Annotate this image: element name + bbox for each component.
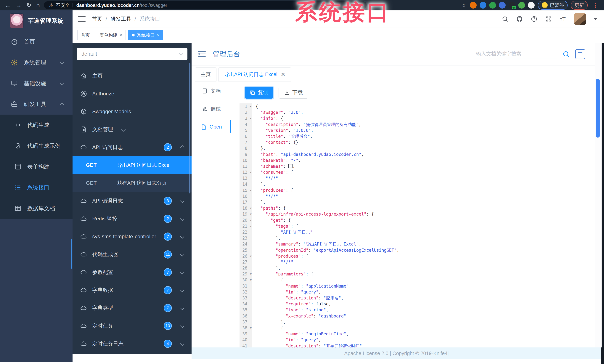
- api-group-item[interactable]: sys-sms-template-controller7: [73, 228, 191, 246]
- ext-grid-blue[interactable]: [499, 2, 506, 9]
- breadcrumb-item[interactable]: 研发工具: [111, 15, 131, 23]
- api-group-item[interactable]: API 访问日志2: [73, 138, 191, 156]
- chevron-down-icon: [180, 199, 185, 203]
- code-line: 39 "name": "beginBeginTime",: [239, 331, 595, 337]
- download-button[interactable]: 下载: [278, 87, 308, 99]
- api-operation[interactable]: GET导出API 访问日志 Excel: [73, 156, 191, 174]
- fullscreen-icon[interactable]: [545, 16, 552, 22]
- fold-icon[interactable]: ▾: [250, 169, 252, 175]
- fold-icon[interactable]: ▾: [250, 103, 252, 109]
- empty-array-icon: [288, 164, 292, 168]
- api-group-item[interactable]: 字典类型7: [73, 299, 191, 317]
- back-icon[interactable]: ←: [5, 2, 11, 9]
- forward-icon[interactable]: →: [16, 2, 22, 9]
- fold-icon[interactable]: ▾: [250, 187, 252, 193]
- chevron-down-icon: [60, 60, 64, 64]
- bookmark-star-icon[interactable]: ☆: [461, 2, 466, 9]
- api-group-item[interactable]: Authorize: [73, 85, 191, 103]
- chevron-down-icon: [121, 127, 126, 132]
- sidebar-subitem[interactable]: 系统接口: [0, 177, 73, 198]
- rail-item-调试[interactable]: 调试: [191, 100, 231, 118]
- ext-check-green[interactable]: [489, 2, 496, 9]
- api-group-item[interactable]: 参数配置7: [73, 263, 191, 281]
- code-line: 10 "basePath": "/",: [239, 157, 595, 163]
- sidebar-item[interactable]: 系统管理: [0, 52, 73, 73]
- ext-drop-blue[interactable]: [479, 2, 486, 9]
- sidebar-subitem[interactable]: 表单构建: [0, 156, 73, 177]
- ext-pin-orange[interactable]: [470, 2, 477, 9]
- sidebar-subitem[interactable]: 代码生成: [0, 114, 73, 135]
- close-icon[interactable]: ×: [120, 33, 122, 38]
- code-line: 32 "in": "query",: [239, 289, 595, 295]
- fold-icon[interactable]: ▾: [250, 223, 252, 229]
- fold-icon[interactable]: ▾: [250, 277, 252, 283]
- api-group-item[interactable]: API 错误日志3: [73, 192, 191, 210]
- fold-icon[interactable]: ▾: [250, 253, 252, 259]
- api-group-item[interactable]: 定时任务日志4: [73, 335, 191, 353]
- count-badge: 3: [164, 197, 172, 205]
- sidebar-item[interactable]: 研发工具: [0, 94, 73, 114]
- collapse-sidebar-icon[interactable]: [198, 51, 206, 57]
- paused-extension-pill[interactable]: 已暂停: [538, 1, 567, 10]
- avatar[interactable]: [574, 13, 586, 25]
- doc-search-input[interactable]: [475, 49, 557, 59]
- ext-leaf-green[interactable]: [518, 2, 525, 9]
- app-logo[interactable]: 芋道管理系统: [0, 10, 73, 31]
- breadcrumb-item[interactable]: 首页: [92, 15, 102, 23]
- api-group-item[interactable]: 定时任务10: [73, 317, 191, 335]
- fold-icon[interactable]: ▾: [250, 271, 252, 277]
- api-group-item[interactable]: Swagger Models: [73, 103, 191, 121]
- ext-cn-dark[interactable]: cn: [509, 2, 515, 9]
- security-label[interactable]: 不安全: [56, 2, 70, 8]
- sidebar-scrollbar[interactable]: [71, 239, 72, 269]
- api-group-item[interactable]: 主页: [73, 67, 191, 85]
- sidebar-subitem[interactable]: 代码生成示例: [0, 135, 73, 156]
- sidebar-item[interactable]: 首页: [0, 31, 73, 52]
- fold-icon[interactable]: ▾: [250, 211, 252, 217]
- api-operation[interactable]: GET获得API 访问日志分页: [73, 174, 191, 192]
- group-select[interactable]: default: [77, 48, 188, 60]
- search-icon[interactable]: [562, 50, 570, 58]
- api-group-item[interactable]: Redis 监控2: [73, 210, 191, 228]
- knife4j-sidebar-scrollbar[interactable]: [189, 63, 190, 193]
- question-icon[interactable]: [531, 16, 537, 22]
- rail-item-open[interactable]: Open: [191, 118, 231, 136]
- search-icon[interactable]: [502, 16, 508, 22]
- github-icon[interactable]: [516, 16, 523, 22]
- sidebar-subitem[interactable]: 数据库文档: [0, 198, 73, 219]
- ext-white[interactable]: [528, 2, 535, 9]
- sidebar-item[interactable]: 基础设施: [0, 73, 73, 94]
- browser-home-icon[interactable]: ⌂: [36, 2, 40, 9]
- language-toggle[interactable]: 中: [575, 49, 585, 59]
- update-button[interactable]: 更新: [571, 1, 588, 10]
- close-icon[interactable]: ×: [157, 33, 160, 38]
- reload-icon[interactable]: ↻: [26, 2, 31, 9]
- hamburger-icon[interactable]: [78, 16, 86, 22]
- main-scrollbar-thumb[interactable]: [596, 79, 600, 138]
- api-group-item[interactable]: 字典数据7: [73, 281, 191, 299]
- api-group-item[interactable]: 文档管理: [73, 121, 191, 138]
- close-icon[interactable]: ✕: [281, 71, 285, 78]
- swagger-json-editor[interactable]: 1▾{2 "swagger": "2.0",3▾ "info": {4 "des…: [239, 103, 595, 347]
- tag-active[interactable]: 系统接口×: [128, 30, 163, 40]
- doc-tab[interactable]: 导出API 访问日志 Excel✕: [218, 67, 291, 81]
- rail-active-indicator: [230, 120, 231, 133]
- fold-icon[interactable]: ▾: [250, 115, 252, 121]
- breadcrumb-item[interactable]: 系统接口: [139, 15, 160, 23]
- fold-icon[interactable]: ▾: [250, 205, 252, 211]
- fold-icon[interactable]: ▾: [250, 217, 252, 223]
- api-group-item[interactable]: 代码生成器11: [73, 246, 191, 263]
- doc-tab[interactable]: 主页: [195, 67, 216, 81]
- tag-item[interactable]: 首页: [77, 30, 93, 40]
- rail-item-文档[interactable]: 文档: [191, 82, 231, 100]
- code-line: 29▾ "parameters": [: [239, 271, 595, 277]
- count-badge: 10: [164, 322, 172, 330]
- tag-item[interactable]: 表单构建×: [96, 30, 126, 40]
- api-group-item[interactable]: 岗位: [73, 353, 191, 354]
- bug-icon: [202, 106, 208, 112]
- caret-down-icon[interactable]: [594, 18, 597, 20]
- fold-icon[interactable]: ▾: [250, 325, 252, 331]
- browser-menu-icon[interactable]: ⋮: [592, 1, 598, 9]
- fontsize-icon[interactable]: TT: [560, 16, 566, 22]
- copy-button[interactable]: 复制: [245, 87, 273, 99]
